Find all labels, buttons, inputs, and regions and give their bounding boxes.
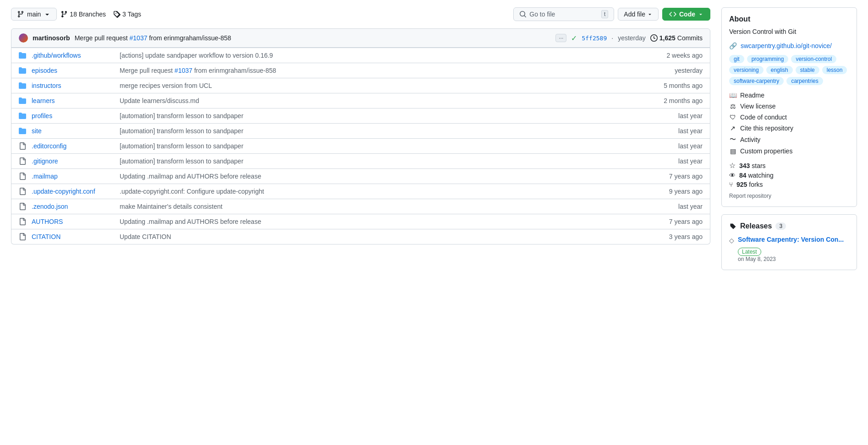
tag[interactable]: version-control — [791, 55, 836, 63]
clock-icon — [650, 34, 658, 42]
table-row: episodesMerge pull request #1037 from er… — [11, 63, 710, 78]
file-time: last year — [657, 112, 703, 119]
file-name[interactable]: .editorconfig — [32, 142, 114, 150]
meta-links: 18 Branches 3 Tags — [60, 11, 141, 18]
about-meta-link-readme[interactable]: 📖Readme — [729, 92, 849, 99]
about-link-text: swcarpentry.github.io/git-novice/ — [741, 42, 832, 49]
tag[interactable]: english — [766, 66, 793, 74]
cite-icon: ↗ — [729, 125, 736, 132]
about-title: About — [729, 15, 849, 23]
add-file-button[interactable]: Add file — [618, 8, 659, 21]
forks-row: ⑂ 925 forks — [729, 181, 849, 188]
star-icon: ☆ — [729, 161, 736, 170]
about-meta-link-cite-this-repository[interactable]: ↗Cite this repository — [729, 125, 849, 132]
tag[interactable]: stable — [796, 66, 819, 74]
watching-link[interactable]: 84 watching — [739, 172, 774, 179]
branch-label: main — [27, 11, 41, 18]
tag[interactable]: lesson — [822, 66, 847, 74]
file-icon — [19, 157, 26, 165]
file-time: 9 years ago — [657, 188, 703, 195]
pr-link[interactable]: #1037 — [130, 34, 148, 42]
stars-link[interactable]: 343 stars — [739, 162, 766, 169]
file-commit: Updating .mailmap and AUTHORS before rel… — [120, 218, 651, 225]
folder-icon — [19, 97, 26, 104]
branches-label: 18 Branches — [70, 11, 106, 18]
keyboard-shortcut: t — [601, 10, 608, 18]
check-icon: ✓ — [571, 34, 577, 43]
file-commit: [actions] update sandpaper workflow to v… — [120, 52, 651, 59]
watching-row: 👁 84 watching — [729, 172, 849, 179]
table-row: site[automation] transform lesson to san… — [11, 123, 710, 138]
shield-icon: 🛡 — [729, 114, 736, 121]
about-meta-link-code-of-conduct[interactable]: 🛡Code of conduct — [729, 114, 849, 121]
commit-time: yesterday — [618, 34, 646, 42]
commit-pr-link[interactable]: #1037 — [175, 67, 192, 74]
about-meta-link-view-license[interactable]: ⚖View license — [729, 103, 849, 110]
table-row: .github/workflows[actions] update sandpa… — [11, 48, 710, 63]
file-name[interactable]: site — [32, 127, 114, 135]
table-row: profiles[automation] transform lesson to… — [11, 108, 710, 123]
commit-author[interactable]: martinosorb — [33, 34, 70, 42]
commit-hash[interactable]: 5ff2589 — [582, 35, 607, 42]
file-name[interactable]: .github/workflows — [32, 52, 114, 59]
file-commit: [automation] transform lesson to sandpap… — [120, 142, 651, 150]
branches-link[interactable]: 18 Branches — [60, 11, 106, 18]
releases-tag-icon — [729, 222, 736, 230]
tags-icon — [113, 11, 121, 18]
forks-link[interactable]: 925 forks — [736, 181, 763, 188]
commits-link[interactable]: 1,625 Commits — [659, 34, 703, 42]
about-website-link[interactable]: 🔗 swcarpentry.github.io/git-novice/ — [729, 42, 849, 49]
file-commit: [automation] transform lesson to sandpap… — [120, 127, 651, 135]
release-tag-icon: ◇ — [729, 237, 734, 244]
prop-icon: ▤ — [729, 147, 736, 155]
file-name[interactable]: episodes — [32, 67, 114, 74]
table-row: .update-copyright.conf.update-copyright.… — [11, 184, 710, 199]
file-time: 7 years ago — [657, 218, 703, 225]
stars-row: ☆ 343 stars — [729, 161, 849, 170]
file-name[interactable]: .gitignore — [32, 157, 114, 165]
releases-section: Releases 3 ◇ Software Carpentry: Version… — [721, 214, 857, 270]
table-row: AUTHORSUpdating .mailmap and AUTHORS bef… — [11, 214, 710, 229]
tag[interactable]: versioning — [729, 66, 764, 74]
file-time: 5 months ago — [657, 82, 703, 89]
folder-icon — [19, 112, 26, 119]
release-name[interactable]: Software Carpentry: Version Con... — [738, 236, 844, 243]
report-repository-link[interactable]: Report repository — [729, 193, 771, 199]
branch-selector[interactable]: main — [11, 8, 57, 21]
ellipsis-button[interactable]: ··· — [555, 34, 566, 42]
file-time: last year — [657, 203, 703, 210]
tag[interactable]: carpentries — [786, 77, 823, 85]
about-meta-link-activity[interactable]: 〜Activity — [729, 136, 849, 144]
tag[interactable]: programming — [747, 55, 789, 63]
file-icon — [19, 233, 26, 240]
file-commit: [automation] transform lesson to sandpap… — [120, 112, 651, 119]
release-info: Software Carpentry: Version Con... Lates… — [738, 236, 849, 262]
file-name[interactable]: .mailmap — [32, 173, 114, 180]
file-commit: .update-copyright.conf: Configure update… — [120, 188, 651, 195]
file-name[interactable]: learners — [32, 97, 114, 104]
about-meta-link-custom-properties[interactable]: ▤Custom properties — [729, 147, 849, 155]
go-to-file-input[interactable]: Go to file t — [513, 7, 614, 21]
file-name[interactable]: profiles — [32, 112, 114, 119]
file-icon — [19, 218, 26, 225]
tag[interactable]: git — [729, 55, 744, 63]
file-name[interactable]: AUTHORS — [32, 218, 114, 225]
file-name[interactable]: CITATION — [32, 233, 114, 240]
about-description: Version Control with Git — [729, 27, 849, 37]
file-commit: Updating .mailmap and AUTHORS before rel… — [120, 173, 651, 180]
table-row: .gitignore[automation] transform lesson … — [11, 153, 710, 168]
code-button[interactable]: Code — [662, 8, 710, 21]
file-name[interactable]: instructors — [32, 82, 114, 89]
file-icon — [19, 188, 26, 195]
about-meta-link-label: Custom properties — [740, 147, 792, 155]
tags-link[interactable]: 3 Tags — [113, 11, 141, 18]
file-table: .github/workflows[actions] update sandpa… — [11, 48, 710, 244]
file-name[interactable]: .zenodo.json — [32, 203, 114, 210]
tag[interactable]: software-carpentry — [729, 77, 784, 85]
file-name[interactable]: .update-copyright.conf — [32, 188, 114, 195]
file-commit: Merge pull request #1037 from erinmgraha… — [120, 67, 651, 74]
chevron-down-icon — [44, 11, 51, 18]
about-meta-link-label: Readme — [740, 92, 764, 99]
table-row: .editorconfig[automation] transform less… — [11, 138, 710, 153]
commit-bar: martinosorb Merge pull request #1037 fro… — [11, 28, 710, 48]
